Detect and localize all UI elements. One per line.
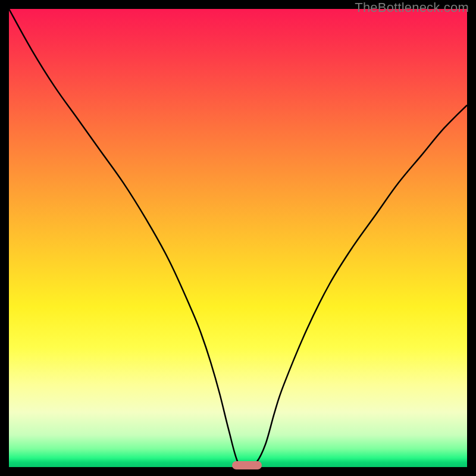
watermark-text: TheBottleneck.com	[355, 0, 469, 15]
bottleneck-curve	[9, 9, 467, 467]
minimum-marker	[232, 461, 262, 469]
chart-frame: TheBottleneck.com	[0, 0, 476, 476]
